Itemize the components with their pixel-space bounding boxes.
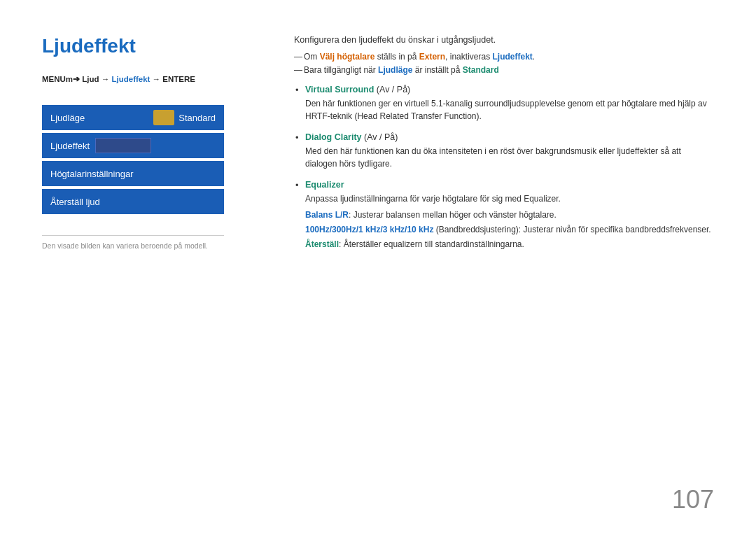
footnote: Den visade bilden kan variera beroende p… — [42, 241, 224, 250]
eff-box — [95, 138, 151, 153]
separator-line — [42, 235, 224, 236]
hz-text: (Bandbreddsjustering): Justerar nivån fö… — [433, 225, 710, 234]
note1-bold2: Extern — [419, 52, 445, 62]
eq-desc-end: . — [559, 194, 561, 204]
eq-desc: Anpassa ljudinställningarna för varje hö… — [305, 192, 714, 205]
menu-row-aterstall[interactable]: Återställ ljud — [42, 189, 224, 214]
menu-row-ljudlage[interactable]: Ljudläge Standard — [42, 105, 224, 130]
hz-bold: 100Hz/300Hz/1 kHz/3 kHz/10 kHz — [305, 225, 433, 234]
left-column: Ljudeffekt MENUm➔ Ljud → Ljudeffekt → EN… — [42, 35, 280, 506]
standard-label: Standard — [178, 113, 216, 123]
menu-item2: Ljudeffekt — [111, 75, 150, 83]
vs-suffix: (Av / På) — [374, 85, 410, 94]
note1-bold3: Ljudeffekt — [492, 52, 532, 62]
eq-title: Equalizer — [305, 180, 344, 190]
bullet-title-equalizer: Equalizer — [305, 180, 714, 190]
note2-pre: Bara tillgängligt när — [304, 65, 378, 75]
bullet-item-dialog-clarity: Dialog Clarity (Av / På) Med den här fun… — [294, 132, 714, 170]
menu-ui: Ljudläge Standard Ljudeffekt Högtalarins… — [42, 105, 224, 214]
eq-desc-pre: Anpassa ljudinställningarna för varje hö… — [305, 194, 524, 204]
menu-item1: Ljud — [82, 75, 99, 83]
sub-bullets: Balans L/R: Justerar balansen mellan hög… — [305, 209, 714, 251]
note-line-1: Om Välj högtalare ställs in på Extern, i… — [294, 52, 714, 62]
menu-prefix: MENUm — [42, 75, 73, 83]
menu-item3: ENTERE — [162, 75, 195, 83]
bullet-item-virtual-surround: Virtual Surround (Av / På) Den här funkt… — [294, 85, 714, 122]
dc-desc: Med den här funktionen kan du öka intens… — [305, 145, 714, 170]
note1-pre: Om — [304, 52, 320, 62]
aterstall-eq-text: : Återställer equalizern till standardin… — [339, 239, 524, 249]
note2-mid: är inställt på — [412, 65, 462, 75]
eq-desc-bold: Equalizer — [524, 194, 558, 204]
sub-bullet-aterstall: Återställ: Återställer equalizern till s… — [305, 238, 714, 251]
dc-suffix: (Av / På) — [362, 132, 398, 142]
note1-bold1: Välj högtalare — [320, 52, 375, 62]
note1-mid2: , inaktiveras — [445, 52, 492, 62]
menu-arrow: ➔ — [73, 75, 82, 83]
note1-end: . — [533, 52, 535, 62]
bullet-section: Virtual Surround (Av / På) Den här funkt… — [294, 85, 714, 251]
right-column: Konfigurera den ljudeffekt du önskar i u… — [280, 35, 714, 506]
menu-path: MENUm➔ Ljud → Ljudeffekt → ENTERE — [42, 74, 259, 84]
ludlage-label: Ljudläge — [50, 113, 85, 123]
hogtalare-label: Högtalarinställningar — [50, 169, 134, 179]
note1-mid: ställs in på — [374, 52, 419, 62]
sub-bullet-balans: Balans L/R: Justerar balansen mellan hög… — [305, 209, 714, 221]
note-line-2: Bara tillgängligt när Ljudläge är instäl… — [294, 65, 714, 75]
vs-desc: Den här funktionen ger en virtuell 5.1-k… — [305, 97, 714, 122]
balans-bold: Balans L/R — [305, 210, 349, 220]
page-number: 107 — [672, 485, 714, 514]
aterstall-eq-bold: Återställ — [305, 239, 339, 249]
bullet-item-equalizer: Equalizer Anpassa ljudinställningarna fö… — [294, 180, 714, 251]
note2-bold1: Ljudläge — [378, 65, 412, 75]
intro-text: Konfigurera den ljudeffekt du önskar i u… — [294, 35, 714, 45]
balans-text: : Justerar balansen mellan höger och vän… — [349, 210, 556, 220]
menu-row-ljudeffekt[interactable]: Ljudeffekt — [42, 133, 224, 158]
ljudeffekt-label: Ljudeffekt — [50, 141, 90, 151]
bullet-title-virtual-surround: Virtual Surround (Av / På) — [305, 85, 714, 94]
note2-bold2: Standard — [463, 65, 499, 75]
slider-area: Standard — [153, 110, 216, 125]
bullet-title-dialog-clarity: Dialog Clarity (Av / På) — [305, 132, 714, 142]
slider-thumb — [153, 110, 174, 125]
page-title: Ljudeffekt — [42, 35, 259, 57]
aterstall-label: Återställ ljud — [50, 197, 100, 207]
menu-row-hogtalare[interactable]: Högtalarinställningar — [42, 161, 224, 186]
sub-bullet-hz: 100Hz/300Hz/1 kHz/3 kHz/10 kHz (Bandbred… — [305, 223, 714, 236]
dc-title: Dialog Clarity — [305, 132, 362, 142]
vs-title: Virtual Surround — [305, 85, 374, 94]
